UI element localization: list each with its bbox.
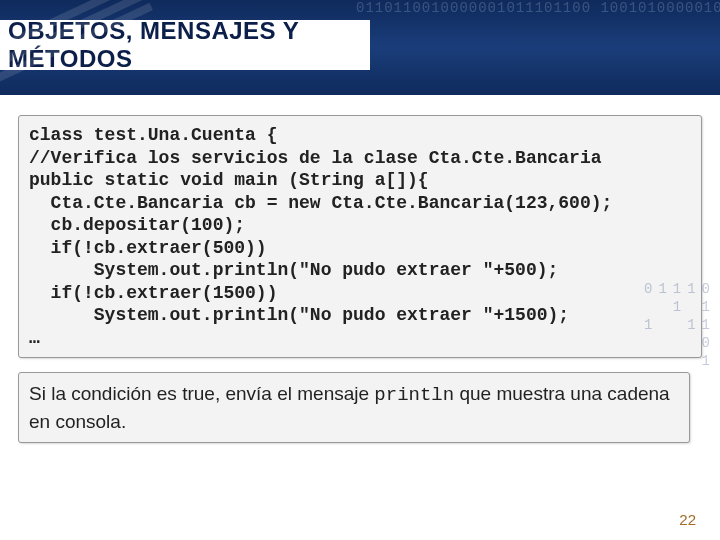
code-line: if(!cb.extraer(1500)): [29, 283, 277, 303]
code-line: System.out.println("No pudo extraer "+15…: [29, 305, 569, 325]
code-line: …: [29, 328, 40, 348]
code-line: class test.Una.Cuenta {: [29, 125, 277, 145]
code-line: if(!cb.extraer(500)): [29, 238, 267, 258]
code-line: System.out.println("No pudo extraer "+50…: [29, 260, 558, 280]
note-text: Si la condición es true, envía el mensaj…: [29, 383, 374, 404]
note-mono: println: [374, 384, 454, 406]
code-block: class test.Una.Cuenta { //Verifica los s…: [18, 115, 702, 358]
code-line: Cta.Cte.Bancaria cb = new Cta.Cte.Bancar…: [29, 193, 612, 213]
explanation-box: Si la condición es true, envía el mensaj…: [18, 372, 690, 443]
code-line: //Verifica los servicios de la clase Cta…: [29, 148, 602, 168]
binary-decor: 0110110010000001011101100 10010100000101…: [356, 0, 720, 95]
code-line: public static void main (String a[]){: [29, 170, 429, 190]
side-binary-decor: 01110 1 1 1 11 0 1: [644, 280, 716, 370]
code-line: cb.depositar(100);: [29, 215, 245, 235]
diagonal-stripes-decor: [0, 45, 150, 95]
page-number: 22: [679, 511, 696, 528]
main-content: class test.Una.Cuenta { //Verifica los s…: [0, 95, 720, 443]
header-banner: 0110110010000001011101100 10010100000101…: [0, 0, 720, 95]
